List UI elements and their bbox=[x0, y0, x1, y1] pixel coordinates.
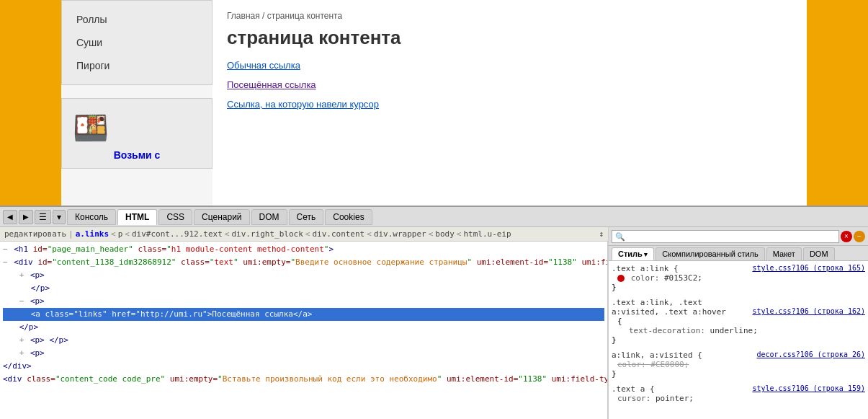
styles-content: .text a:link { style.css?106 (строка 165… bbox=[609, 261, 868, 419]
tab-css[interactable]: CSS bbox=[158, 209, 192, 225]
webpage-area: Роллы Суши Пироги 🍱 Возьми с Главная / с… bbox=[61, 0, 807, 206]
nav-item-pirogi[interactable]: Пироги bbox=[62, 54, 212, 77]
tab-html[interactable]: HTML bbox=[117, 209, 157, 225]
list-button[interactable]: ☰ bbox=[35, 210, 51, 224]
nav-item-sushi[interactable]: Суши bbox=[62, 31, 212, 54]
left-sidebar: Роллы Суши Пироги 🍱 Возьми с bbox=[61, 0, 212, 206]
html-tree-container: редактировать | a.links < p < div#cont..… bbox=[0, 227, 609, 419]
rule-4-source[interactable]: style.css?106 (строка 159) bbox=[752, 384, 865, 392]
tree-line-div-close[interactable]: </div> bbox=[3, 360, 604, 373]
breadcrumb-home[interactable]: Главная bbox=[227, 11, 260, 21]
rule-2-close: } bbox=[612, 335, 865, 345]
rule-1-selector: .text a:link { style.css?106 (строка 165… bbox=[612, 264, 865, 273]
hover-link[interactable]: Ссылка, на которую навели курсор bbox=[227, 99, 792, 110]
rule-3-source[interactable]: decor.css?106 (строка 26) bbox=[756, 350, 865, 358]
expand-icon[interactable]: ↕ bbox=[599, 229, 604, 239]
dropdown-button[interactable]: ▾ bbox=[53, 210, 66, 224]
tab-scenario[interactable]: Сценарий bbox=[194, 209, 249, 225]
rule-1-source[interactable]: style.css?106 (строка 165) bbox=[752, 264, 865, 272]
style-tab-dom[interactable]: DOM bbox=[803, 247, 835, 260]
sidebar-nav: Роллы Суши Пироги bbox=[61, 0, 212, 85]
styles-panel: × − Стиль Скомпилированный стиль Макет D… bbox=[609, 227, 868, 419]
rule-1-close: } bbox=[612, 283, 865, 292]
devtools-content: редактировать | a.links < p < div#cont..… bbox=[0, 227, 868, 419]
browser-window: Роллы Суши Пироги 🍱 Возьми с Главная / с… bbox=[0, 0, 868, 419]
forward-button[interactable]: ▶ bbox=[19, 210, 33, 224]
styles-tabs: Стиль Скомпилированный стиль Макет DOM bbox=[609, 246, 868, 261]
tab-dom[interactable]: DOM bbox=[251, 209, 287, 225]
rule-2-selector: .text a:link, .texta:visited, .text a:ho… bbox=[612, 298, 865, 317]
tree-line-p1[interactable]: + <p> bbox=[3, 269, 604, 282]
style-tab-layout[interactable]: Макет bbox=[766, 247, 802, 260]
color-swatch-1 bbox=[617, 275, 625, 282]
bc-div-content[interactable]: div.content bbox=[312, 229, 364, 239]
html-breadcrumb-bar: редактировать | a.links < p < div#cont..… bbox=[0, 227, 608, 242]
page-title: страница контента bbox=[227, 27, 792, 49]
breadcrumb-sep: / bbox=[262, 11, 267, 21]
rule-2-body: { text-decoration: underline; bbox=[612, 317, 865, 335]
tree-line-a-visited[interactable]: <a class="links" href="http://umi.ru">По… bbox=[3, 308, 604, 321]
devtools-toolbar: ◀ ▶ ☰ ▾ Консоль HTML CSS Сценарий DOM Се… bbox=[0, 207, 868, 227]
sidebar-image-box: 🍱 Возьми с bbox=[61, 98, 212, 169]
styles-toolbar: × − bbox=[609, 227, 868, 246]
sushi-image: 🍱 bbox=[69, 106, 112, 149]
bc-html[interactable]: html.u-eip bbox=[463, 229, 511, 239]
style-tab-style[interactable]: Стиль bbox=[612, 247, 654, 260]
bc-div-wrapper[interactable]: div.wrapper bbox=[374, 229, 426, 239]
tree-line-p1-close[interactable]: </p> bbox=[3, 282, 604, 295]
rule-3-close: } bbox=[612, 369, 865, 379]
tree-line-p2-close[interactable]: </p> bbox=[3, 321, 604, 334]
tree-line-div-code[interactable]: <div class="content_code code_pre" umi:e… bbox=[3, 373, 604, 386]
tree-line-p2[interactable]: − <p> bbox=[3, 295, 604, 308]
rule-2-source[interactable]: style.css?106 (строка 162) bbox=[752, 307, 865, 315]
style-search-input[interactable] bbox=[612, 230, 839, 243]
minimize-button[interactable]: − bbox=[854, 231, 865, 242]
nav-item-rolly[interactable]: Роллы bbox=[62, 8, 212, 31]
normal-link[interactable]: Обычная ссылка bbox=[227, 60, 792, 71]
bc-p[interactable]: p bbox=[118, 229, 123, 239]
rule-4-body: cursor: pointer; bbox=[612, 394, 865, 403]
tree-line-p3[interactable]: + <p> </p> bbox=[3, 334, 604, 347]
tab-network[interactable]: Сеть bbox=[289, 209, 324, 225]
bc-alinks[interactable]: a.links bbox=[76, 229, 109, 239]
content-area: Главная / страница контента страница кон… bbox=[212, 0, 807, 206]
style-rule-1: .text a:link { style.css?106 (строка 165… bbox=[612, 264, 865, 292]
rule-3-selector: a:link, a:visited { decor.css?106 (строк… bbox=[612, 350, 865, 360]
tree-line-p4[interactable]: + <p> bbox=[3, 347, 604, 360]
image-label: Возьми с bbox=[69, 149, 205, 161]
bc-div-cont[interactable]: div#cont...912.text bbox=[132, 229, 223, 239]
visited-link[interactable]: Посещённая ссылка bbox=[227, 79, 792, 90]
rule-4-selector: .text a { style.css?106 (строка 159) bbox=[612, 384, 865, 394]
devtools-panel: ◀ ▶ ☰ ▾ Консоль HTML CSS Сценарий DOM Се… bbox=[0, 206, 868, 419]
close-button[interactable]: × bbox=[841, 231, 852, 242]
tree-line-div-content[interactable]: − <div id="content_1138_idm32868912" cla… bbox=[3, 256, 604, 269]
bc-div-right[interactable]: div.right_block bbox=[231, 229, 303, 239]
style-rule-2: .text a:link, .texta:visited, .text a:ho… bbox=[612, 298, 865, 345]
tab-console[interactable]: Консоль bbox=[67, 209, 116, 225]
bc-edit[interactable]: редактировать bbox=[4, 229, 66, 239]
breadcrumb: Главная / страница контента bbox=[227, 11, 792, 21]
bc-body[interactable]: body bbox=[435, 229, 455, 239]
tab-cookies[interactable]: Cookies bbox=[325, 209, 372, 225]
rule-1-body: color: #0153C2; bbox=[612, 273, 865, 283]
back-button[interactable]: ◀ bbox=[3, 210, 17, 224]
html-tree: − <h1 id="page_main_header" class="h1 mo… bbox=[0, 242, 608, 419]
breadcrumb-page: страница контента bbox=[267, 11, 342, 21]
style-tab-compiled[interactable]: Скомпилированный стиль bbox=[656, 247, 764, 260]
style-rule-3: a:link, a:visited { decor.css?106 (строк… bbox=[612, 350, 865, 379]
tree-line-h1[interactable]: − <h1 id="page_main_header" class="h1 mo… bbox=[3, 243, 604, 256]
rule-3-body: color: #CE0000; bbox=[612, 360, 865, 369]
style-rule-4: .text a { style.css?106 (строка 159) cur… bbox=[612, 384, 865, 403]
